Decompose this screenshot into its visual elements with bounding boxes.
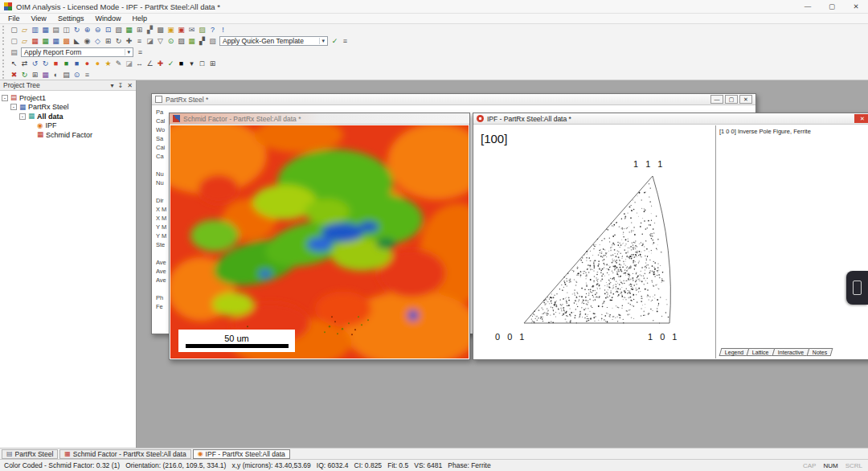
color-dropdown-icon[interactable]: ▾: [186, 59, 197, 68]
report-form-icon[interactable]: ▤: [9, 47, 19, 57]
zoom-fit-icon[interactable]: ⊡: [103, 25, 113, 35]
ipf-plot-area[interactable]: [100] 1 1 1 0 0 1 1 0 1: [474, 125, 715, 358]
highlight-orange-icon[interactable]: ●: [92, 59, 103, 68]
screen-mirror-widget[interactable]: [846, 271, 868, 305]
new-document-icon[interactable]: ▢: [9, 25, 19, 35]
tree-expander[interactable]: -: [2, 95, 8, 101]
map-blue-icon[interactable]: ▦: [51, 36, 61, 46]
mail-icon[interactable]: ✉: [186, 25, 197, 35]
add-red-icon[interactable]: ✚: [155, 59, 166, 68]
open-template-icon[interactable]: ▱: [19, 36, 30, 46]
histogram-icon[interactable]: ▞: [197, 36, 207, 46]
highlight-red-icon[interactable]: ●: [82, 59, 92, 68]
database-icon[interactable]: ▣: [166, 25, 176, 35]
tree-expander[interactable]: -: [19, 113, 26, 120]
menu-item[interactable]: File: [2, 14, 26, 23]
chart-icon[interactable]: ▞: [145, 25, 155, 35]
about-icon[interactable]: !: [218, 25, 228, 35]
schmid-map-area[interactable]: 50 um: [170, 125, 469, 358]
window-ipf[interactable]: IPF - PartRx Steel:All data * ✕ [100] 1 …: [473, 113, 868, 360]
pin-icon[interactable]: ↧: [118, 82, 124, 89]
tree-item[interactable]: ▦ Schmid Factor: [2, 130, 134, 140]
minimize-button[interactable]: —: [710, 95, 723, 104]
close-icon[interactable]: ✕: [127, 82, 133, 89]
gallery-icon[interactable]: ▨: [197, 25, 207, 35]
map-green-icon[interactable]: ▦: [40, 36, 51, 46]
ipf-triangle-icon[interactable]: ◣: [72, 36, 82, 46]
tree-item[interactable]: - ▤ Project1: [2, 93, 134, 103]
tab-legend[interactable]: Legend: [719, 348, 750, 356]
window-tab-ipf[interactable]: ◉ IPF - PartRx Steel:All data: [193, 449, 290, 459]
partition-icon[interactable]: ▧: [113, 25, 124, 35]
map-red-icon[interactable]: ▦: [30, 36, 40, 46]
minimize-button[interactable]: —: [796, 0, 820, 13]
clock-icon[interactable]: ◐: [51, 70, 61, 80]
measure-icon[interactable]: ↔: [134, 59, 145, 68]
menu-item[interactable]: Settings: [52, 14, 90, 23]
apply-template-icon[interactable]: ✓: [330, 36, 340, 46]
copy-icon[interactable]: ◫: [61, 25, 72, 35]
tree-item[interactable]: - ▦ PartRx Steel: [2, 103, 134, 113]
window-schmid-factor[interactable]: Schmid Factor - PartRx Steel:All data *: [169, 113, 470, 360]
small-grid-icon[interactable]: ⊞: [207, 59, 218, 68]
tab-notes[interactable]: Notes: [807, 348, 833, 356]
toolbar-grip[interactable]: [2, 37, 6, 45]
crystal-icon[interactable]: ◇: [92, 36, 103, 46]
color-picker-white-icon[interactable]: □: [197, 59, 207, 68]
dataset-icon[interactable]: ▦: [124, 25, 134, 35]
color-picker-black-icon[interactable]: ■: [176, 59, 186, 68]
mask-icon[interactable]: ◪: [145, 36, 155, 46]
map-orange-icon[interactable]: ▩: [61, 36, 72, 46]
ipf-title-bar[interactable]: IPF - PartRx Steel:All data * ✕: [473, 113, 868, 125]
calendar-icon[interactable]: ▦: [40, 70, 51, 80]
maximize-button[interactable]: ▢: [820, 0, 844, 13]
delete-red-icon[interactable]: ✖: [9, 70, 19, 80]
grid-icon[interactable]: ⊞: [134, 25, 145, 35]
tab-interactive[interactable]: Interactive: [772, 348, 810, 356]
cluster-icon[interactable]: ⊙: [166, 36, 176, 46]
quick-gen-template-combo[interactable]: Apply Quick-Gen Template ▾: [219, 36, 328, 46]
pencil-icon[interactable]: ✎: [113, 59, 124, 68]
refresh-green-icon[interactable]: ↻: [19, 70, 30, 80]
pan-icon[interactable]: ⇄: [19, 59, 30, 68]
angle-icon[interactable]: ∠: [145, 59, 155, 68]
swatch-green-icon[interactable]: ■: [61, 59, 72, 68]
close-button[interactable]: ✕: [844, 0, 868, 13]
star-icon[interactable]: ★: [103, 59, 113, 68]
window-tab-schmid[interactable]: ▦ Schmid Factor - PartRx Steel:All data: [59, 449, 190, 459]
toolbar-grip[interactable]: [2, 26, 6, 34]
layers-icon[interactable]: ≡: [134, 36, 145, 46]
lattice-icon[interactable]: ⊞: [103, 36, 113, 46]
menu-item[interactable]: Help: [126, 14, 153, 23]
print-icon[interactable]: ▤: [51, 25, 61, 35]
rotate-left-icon[interactable]: ↺: [30, 59, 40, 68]
montage-icon[interactable]: ▩: [155, 25, 166, 35]
toolbar-grip[interactable]: [2, 59, 6, 68]
settings-icon[interactable]: ≡: [82, 70, 92, 80]
filter-icon[interactable]: ▽: [155, 36, 166, 46]
tree-item[interactable]: - ▦ All data: [2, 112, 134, 121]
grains-icon[interactable]: ▦: [186, 36, 197, 46]
eraser-icon[interactable]: ◪: [124, 59, 134, 68]
tree-item[interactable]: ◉ IPF: [2, 121, 134, 131]
tab-lattice[interactable]: Lattice: [747, 348, 775, 356]
pointer-icon[interactable]: ↖: [9, 59, 19, 68]
boundaries-icon[interactable]: ▨: [176, 36, 186, 46]
zoom-in-icon[interactable]: ⊕: [82, 25, 92, 35]
notes-icon[interactable]: ▤: [61, 70, 72, 80]
open-file-icon[interactable]: ▱: [19, 25, 30, 35]
toolbar-grip[interactable]: [2, 48, 6, 56]
new-template-icon[interactable]: ▢: [9, 36, 19, 46]
save-icon[interactable]: ▥: [30, 25, 40, 35]
check-green-icon[interactable]: ✓: [166, 59, 176, 68]
report-form-combo[interactable]: Apply Report Form ▾: [21, 47, 133, 57]
menu-item[interactable]: Window: [89, 14, 126, 23]
swatch-blue-icon[interactable]: ■: [72, 59, 82, 68]
pole-figure-icon[interactable]: ◉: [82, 36, 92, 46]
partrx-title-bar[interactable]: PartRx Steel * —▢✕: [152, 94, 755, 105]
partition-map-icon[interactable]: ▧: [207, 36, 218, 46]
save-all-icon[interactable]: ▦: [40, 25, 51, 35]
maximize-button[interactable]: ▢: [725, 95, 738, 104]
table-icon[interactable]: ⊞: [30, 70, 40, 80]
report-options-icon[interactable]: ≡: [135, 47, 145, 57]
